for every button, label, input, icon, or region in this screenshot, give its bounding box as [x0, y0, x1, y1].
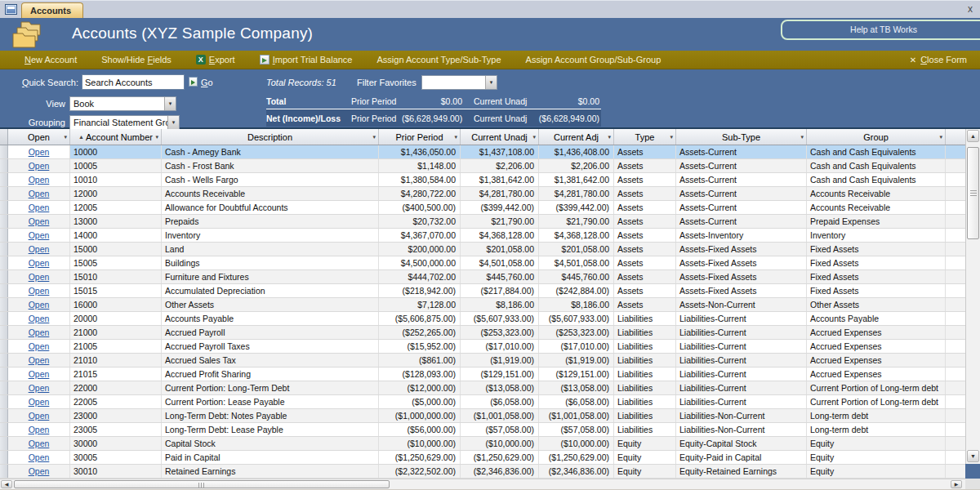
record-selector[interactable]: [0, 173, 8, 186]
record-selector[interactable]: [0, 145, 8, 158]
cell-account[interactable]: 30000: [70, 437, 162, 450]
filter-favorites-dropdown[interactable]: ▾: [421, 75, 497, 90]
cell-description[interactable]: Accounts Receivable: [162, 187, 379, 200]
cell-prior[interactable]: $1,148.00: [379, 159, 461, 172]
cell-description[interactable]: Allowance for Doubtful Accounts: [162, 201, 379, 214]
cell-current-adj[interactable]: $1,436,408.00: [539, 145, 614, 158]
cell-group[interactable]: Long-term debt: [807, 409, 946, 422]
record-selector[interactable]: [0, 465, 8, 478]
open-link[interactable]: Open: [29, 452, 50, 462]
cell-account[interactable]: 15010: [70, 270, 162, 283]
cell-description[interactable]: Accrued Profit Sharing: [162, 368, 379, 381]
cell-sub-type[interactable]: Liabilities-Current: [676, 312, 807, 325]
cell-account[interactable]: 21015: [70, 368, 162, 381]
cell-current-unadj[interactable]: ($1,919.00): [461, 354, 539, 367]
column-header-sub-type[interactable]: Sub-Type▾: [676, 129, 807, 145]
cell-current-unadj[interactable]: ($253,323.00): [461, 326, 539, 339]
toolbar-button[interactable]: XExport: [196, 55, 235, 65]
cell-description[interactable]: Prepaids: [162, 215, 379, 228]
cell-current-adj[interactable]: ($5,607,933.00): [539, 312, 614, 325]
cell-account[interactable]: 21000: [70, 326, 162, 339]
cell-sub-type[interactable]: Liabilities-Non-Current: [676, 409, 807, 422]
cell-group[interactable]: Cash and Cash Equivalents: [807, 145, 946, 158]
cell-account[interactable]: 23005: [70, 423, 162, 436]
horizontal-scrollbar[interactable]: ◀ ▶: [0, 479, 965, 489]
cell-current-adj[interactable]: $201,058.00: [539, 243, 614, 256]
cell-prior[interactable]: ($56,000.00): [379, 423, 461, 436]
cell-type[interactable]: Assets: [614, 159, 676, 172]
cell-current-unadj[interactable]: $8,186.00: [461, 298, 539, 311]
cell-account[interactable]: 30010: [70, 465, 162, 478]
toolbar-button[interactable]: Import Trial Balance: [260, 55, 353, 65]
cell-type[interactable]: Assets: [614, 215, 676, 228]
cell-current-adj[interactable]: ($129,151.00): [539, 368, 614, 381]
cell-current-adj[interactable]: ($57,058.00): [539, 423, 614, 436]
open-link[interactable]: Open: [29, 425, 50, 434]
cell-type[interactable]: Assets: [614, 256, 676, 270]
open-link[interactable]: Open: [29, 411, 50, 421]
cell-current-adj[interactable]: ($17,010.00): [539, 340, 614, 353]
search-input[interactable]: [82, 74, 185, 90]
cell-sub-type[interactable]: Assets-Non-Current: [676, 298, 807, 311]
cell-current-unadj[interactable]: $4,281,780.00: [461, 187, 539, 200]
cell-description[interactable]: Accrued Payroll: [162, 326, 379, 339]
open-link[interactable]: Open: [29, 258, 50, 268]
open-link[interactable]: Open: [29, 369, 50, 379]
cell-prior[interactable]: ($218,942.00): [379, 284, 461, 297]
cell-current-unadj[interactable]: ($57,058.00): [461, 423, 539, 436]
filter-dropdown-icon[interactable]: ▾: [670, 134, 673, 140]
cell-sub-type[interactable]: Assets-Inventory: [676, 229, 807, 242]
cell-current-adj[interactable]: ($1,250,629.00): [539, 451, 614, 464]
record-selector[interactable]: [0, 229, 8, 242]
cell-current-unadj[interactable]: ($217,884.00): [461, 284, 539, 297]
cell-current-unadj[interactable]: $21,790.00: [461, 215, 539, 228]
cell-account[interactable]: 15015: [70, 284, 162, 297]
cell-description[interactable]: Paid in Capital: [162, 451, 379, 464]
cell-prior[interactable]: ($252,265.00): [379, 326, 461, 339]
chevron-down-icon[interactable]: ▾: [167, 116, 179, 129]
cell-group[interactable]: Other Assets: [807, 298, 946, 311]
column-header-open[interactable]: Open▾: [8, 129, 70, 145]
cell-group[interactable]: Equity: [807, 437, 946, 450]
record-selector[interactable]: [0, 187, 8, 200]
cell-type[interactable]: Liabilities: [614, 395, 676, 408]
cell-group[interactable]: Accrued Expenses: [807, 368, 946, 381]
record-selector[interactable]: [0, 159, 8, 172]
cell-description[interactable]: Current Portion: Long-Term Debt: [162, 381, 379, 394]
cell-prior[interactable]: $4,500,000.00: [379, 256, 461, 270]
cell-description[interactable]: Long-Term Debt: Lease Payble: [162, 423, 379, 436]
cell-description[interactable]: Retained Earnings: [162, 465, 379, 478]
filter-dropdown-icon[interactable]: ▾: [800, 134, 804, 140]
record-selector[interactable]: [0, 395, 8, 408]
vertical-scrollbar[interactable]: ▲ ▼: [965, 129, 980, 464]
cell-description[interactable]: Other Assets: [162, 298, 379, 311]
cell-description[interactable]: Accrued Payroll Taxes: [162, 340, 379, 353]
cell-group[interactable]: Accrued Expenses: [807, 354, 946, 367]
cell-type[interactable]: Equity: [614, 437, 676, 450]
open-link[interactable]: Open: [29, 300, 50, 310]
record-selector[interactable]: [0, 354, 8, 367]
cell-group[interactable]: Fixed Assets: [807, 243, 946, 256]
open-link[interactable]: Open: [29, 203, 50, 212]
tab-accounts[interactable]: Accounts: [21, 2, 83, 19]
cell-current-unadj[interactable]: $445,760.00: [461, 270, 539, 283]
cell-account[interactable]: 12000: [70, 187, 162, 200]
cell-current-adj[interactable]: ($242,884.00): [539, 284, 614, 297]
record-selector[interactable]: [0, 437, 8, 450]
cell-current-adj[interactable]: ($399,442.00): [539, 201, 614, 214]
cell-current-unadj[interactable]: ($5,607,933.00): [461, 312, 539, 325]
cell-current-unadj[interactable]: ($1,001,058.00): [461, 409, 539, 422]
cell-current-unadj[interactable]: $1,437,108.00: [461, 145, 539, 158]
help-button[interactable]: Help at TB Works: [781, 20, 980, 40]
cell-type[interactable]: Assets: [614, 284, 676, 297]
cell-current-unadj[interactable]: ($10,000.00): [461, 437, 539, 450]
cell-sub-type[interactable]: Assets-Current: [676, 159, 807, 172]
cell-sub-type[interactable]: Liabilities-Current: [676, 340, 807, 353]
cell-current-unadj[interactable]: ($399,442.00): [461, 201, 539, 214]
vertical-scrollbar-thumb[interactable]: [967, 147, 979, 239]
column-header-prior-period[interactable]: Prior Period▾: [379, 129, 461, 145]
cell-group[interactable]: Fixed Assets: [807, 284, 946, 297]
cell-sub-type[interactable]: Equity-Capital Stock: [676, 437, 807, 450]
cell-prior[interactable]: $20,732.00: [379, 215, 461, 228]
cell-current-adj[interactable]: $4,501,058.00: [539, 256, 614, 270]
